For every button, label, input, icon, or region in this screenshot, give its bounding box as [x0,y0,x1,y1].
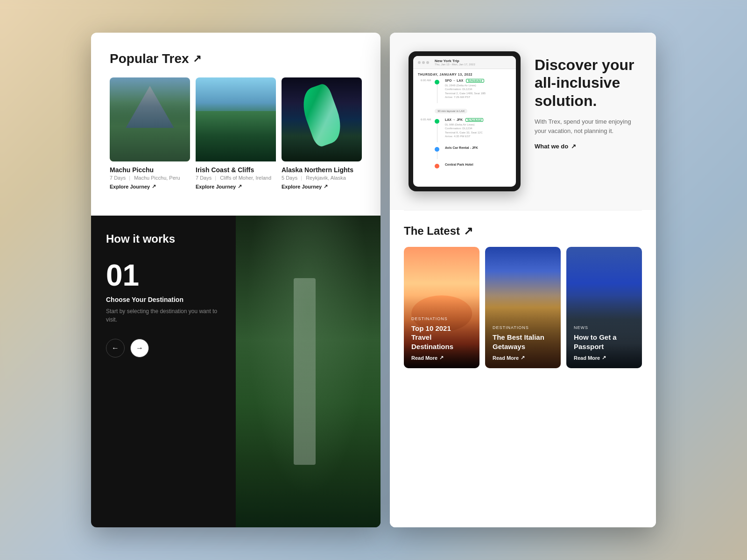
how-it-works-title: How it works [106,232,221,245]
flight-time-1: 6:00 AM [418,79,431,82]
flight-item-1: 6:00 AM SFO → LAX Scheduled DL 2848 [418,79,511,103]
tablet-dot-3 [426,61,429,64]
destination-image-irish-coast [196,77,276,161]
flight-airline-1: DL 2848 (Delta Air Lines) [445,84,511,87]
article-card-1[interactable]: DESTINATIONS Top 10 2021 Travel Destinat… [404,247,479,368]
destination-meta-3: 5 Days Reykjavik, Alaska [282,175,362,181]
flight-route-1: SFO → LAX Scheduled [445,79,511,83]
flight-arrival-1: Arrive: 7:29 AM PST [445,95,511,99]
destinations-grid: Machu Picchu 7 Days Machu Picchu, Peru E… [110,77,362,189]
discover-description: With Trex, spend your time enjoying your… [535,117,637,135]
article-category-1: DESTINATIONS [411,316,472,321]
tablet-header: New York Trip Thu, Jan 13 - Mon, Jan 17,… [413,56,516,69]
bottom-dark-section: How it works 01 Choose Your Destination … [91,216,381,527]
read-more-3[interactable]: Read More ↗ [574,355,634,361]
car-rental-item: Avis Car Rental - JFK [418,146,511,159]
prev-button[interactable]: ← [106,339,125,357]
flight-time-2: 6:05 AM [418,118,431,121]
popular-title: Popular Trex ↗ [110,51,362,66]
destination-card-irish-coast: Irish Coast & Cliffs 7 Days Cliffs of Mo… [196,77,276,189]
article-content-3: NEWS How to Get a Passport Read More ↗ [566,318,642,368]
tablet-trip-title: New York Trip [435,59,508,63]
car-rental-name: Avis Car Rental - JFK [445,146,511,149]
hotel-dot [435,164,439,168]
destination-card-alaska: Alaska Northern Lights 5 Days Reykjavik,… [282,77,362,189]
article-title-3: How to Get a Passport [574,333,634,351]
right-panel: New York Trip Thu, Jan 13 - Mon, Jan 17,… [390,33,656,527]
flight-dot-2 [435,119,439,124]
article-content-2: DESTINATIONS The Best Italian Getaways R… [485,318,561,368]
flight-confirmation-2: Confirmation: DL1234 [445,126,511,130]
layover-tag: 30 min layover in LAX [435,109,467,113]
destination-image-alaska [282,77,362,161]
destination-meta-1: 7 Days Machu Picchu, Peru [110,175,190,181]
article-title-1: Top 10 2021 Travel Destinations [411,324,472,351]
flight-status-1: Scheduled [466,79,484,83]
latest-section: The Latest ↗ DESTINATIONS Top 10 2021 Tr… [390,210,656,527]
latest-title: The Latest ↗ [404,224,642,238]
destination-name-1: Machu Picchu [110,166,190,174]
flight-route-2: LAX → JFK Scheduled [445,118,511,122]
flight-terminal-2: Terminal 8, Gate 33, Seat 12C [445,131,511,134]
hotel-info: Central Park Hotel [445,163,511,167]
tablet-dots [418,61,429,64]
flight-dot-1 [435,80,439,84]
destination-name-2: Irish Coast & Cliffs [196,166,276,174]
flight-info-1: SFO → LAX Scheduled DL 2848 (Delta Air L… [445,79,511,99]
popular-title-text: Popular Trex [110,51,189,66]
waterfall-image [236,216,381,527]
flight-info-2: LAX → JFK Scheduled DL 988 (Delta Air Li… [445,118,511,139]
tablet-dot-2 [422,61,425,64]
destination-image-machu-picchu [110,77,190,161]
tablet-dot-1 [418,61,421,64]
main-wrapper: Popular Trex ↗ Machu Picchu 7 Days Machu… [0,0,747,560]
article-title-2: The Best Italian Getaways [493,333,553,351]
flight-arrival-2: Arrive: 4:35 PM EST [445,134,511,138]
flight-confirmation-1: Confirmation: DL1234 [445,87,511,91]
car-rental-dot [435,147,439,152]
article-content-1: DESTINATIONS Top 10 2021 Travel Destinat… [404,309,479,369]
tablet-date-header: THURSDAY, JANUARY 13, 2022 [418,73,511,76]
tablet-mockup: New York Trip Thu, Jan 13 - Mon, Jan 17,… [409,51,521,191]
article-card-2[interactable]: DESTINATIONS The Best Italian Getaways R… [485,247,561,368]
popular-arrow-icon: ↗ [193,53,201,65]
car-rental-info: Avis Car Rental - JFK [445,146,511,150]
tablet-trip-dates: Thu, Jan 13 - Mon, Jan 17, 2022 [435,63,508,66]
explore-link-2[interactable]: Explore Journey ↗ [196,183,276,189]
article-category-3: NEWS [574,325,634,330]
left-panel: Popular Trex ↗ Machu Picchu 7 Days Machu… [91,33,381,527]
nav-buttons: ← → [106,339,221,357]
hotel-name: Central Park Hotel [445,163,511,166]
read-more-1[interactable]: Read More ↗ [411,355,472,361]
popular-section: Popular Trex ↗ Machu Picchu 7 Days Machu… [91,33,381,216]
read-more-2[interactable]: Read More ↗ [493,355,553,361]
explore-link-3[interactable]: Explore Journey ↗ [282,183,362,189]
step-number: 01 [106,260,221,290]
hotel-item: Central Park Hotel [418,163,511,168]
discover-content: Discover your all-inclusive solution. Wi… [535,51,637,150]
discover-title: Discover your all-inclusive solution. [535,56,637,110]
flight-item-2: 6:05 AM LAX → JFK Scheduled DL 988 [418,118,511,142]
tablet-screen: New York Trip Thu, Jan 13 - Mon, Jan 17,… [413,56,516,187]
what-we-do-link[interactable]: What we do ↗ [535,143,637,150]
step-description: Start by selecting the destination you w… [106,307,221,324]
step-name: Choose Your Destination [106,296,221,303]
tablet-discover-section: New York Trip Thu, Jan 13 - Mon, Jan 17,… [390,33,656,210]
next-button[interactable]: → [130,339,149,357]
how-it-works-section: How it works 01 Choose Your Destination … [91,216,236,527]
article-card-3[interactable]: NEWS How to Get a Passport Read More ↗ [566,247,642,368]
article-category-2: DESTINATIONS [493,325,553,330]
flight-airline-2: DL 988 (Delta Air Lines) [445,123,511,126]
articles-grid: DESTINATIONS Top 10 2021 Travel Destinat… [404,247,642,368]
flight-terminal-1: Terminal 2, Gate 1488, Seat 18B [445,91,511,95]
explore-link-1[interactable]: Explore Journey ↗ [110,183,190,189]
tablet-content: THURSDAY, JANUARY 13, 2022 6:00 AM SFO →… [413,69,516,176]
flight-status-2: Scheduled [465,118,483,122]
destination-card-machu-picchu: Machu Picchu 7 Days Machu Picchu, Peru E… [110,77,190,189]
destination-meta-2: 7 Days Cliffs of Moher, Ireland [196,175,276,181]
destination-name-3: Alaska Northern Lights [282,166,362,174]
